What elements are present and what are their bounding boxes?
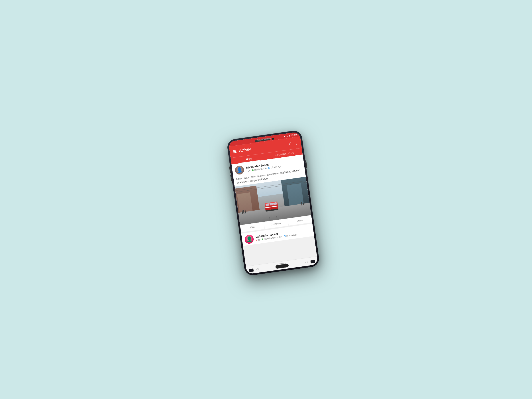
post-likes-1: ♥ 96 <box>246 169 251 172</box>
bottom-side-button-left[interactable] <box>249 268 254 272</box>
likes-count-2: 96 <box>258 239 260 241</box>
volume-button-2[interactable] <box>230 175 232 181</box>
tram-window-1 <box>266 203 269 206</box>
avatar-1 <box>234 165 245 175</box>
scene: SAMSUNG ▲ ▲ ▮ 12:30 <box>166 44 366 355</box>
time-icon-2 <box>284 235 286 237</box>
hamburger-menu-icon[interactable] <box>233 150 237 153</box>
tram-window-3 <box>273 202 277 205</box>
post-card-1: Alexander Jones ♥ 96 Oakland, CA <box>232 154 312 232</box>
tram-window-2 <box>269 203 273 205</box>
more-options-icon[interactable]: ⋮ <box>294 140 298 145</box>
people-left <box>242 211 246 214</box>
location-dot-2 <box>262 238 264 240</box>
person-2 <box>243 211 245 214</box>
back-nav-button[interactable]: ◁ <box>256 267 259 271</box>
tram-track-right <box>276 216 277 220</box>
tram-track-left <box>269 217 270 221</box>
status-time: 12:30 <box>291 133 297 136</box>
person-4 <box>301 203 303 205</box>
time-icon-1 <box>268 167 270 169</box>
phone-device: SAMSUNG ▲ ▲ ▮ 12:30 <box>226 130 320 276</box>
volume-button-1[interactable] <box>229 166 231 173</box>
battery-icon: ▮ <box>289 134 290 137</box>
phone-screen: ▲ ▲ ▮ 12:30 Activity ☍ <box>228 132 318 274</box>
post-likes-2: ♥ 96 <box>256 239 260 241</box>
person-1 <box>242 211 243 214</box>
signal-icon: ▲ <box>283 135 285 137</box>
heart-icon-1: ♥ <box>246 170 248 172</box>
heart-icon-2: ♥ <box>256 239 257 241</box>
status-icons: ▲ ▲ ▮ <box>283 134 290 137</box>
tram-stripe <box>265 206 278 208</box>
tram-windows <box>265 202 278 206</box>
bottom-side-button-right[interactable] <box>310 260 315 264</box>
people-right <box>301 203 304 205</box>
app-bar-actions: ☍ ⋮ <box>287 140 298 146</box>
recents-nav-button[interactable]: ▭ <box>305 260 308 264</box>
location-dot-1 <box>252 169 254 171</box>
wifi-icon: ▲ <box>286 134 288 137</box>
avatar-2 <box>244 234 254 244</box>
feed-content: Alexander Jones ♥ 96 Oakland, CA <box>232 154 317 266</box>
tram <box>265 202 279 212</box>
power-button[interactable] <box>305 160 307 168</box>
post-meta-2: Gabriella Becker ♥ 96 San Fransisco, CA <box>255 228 311 241</box>
front-camera <box>272 137 274 140</box>
likes-count-1: 96 <box>248 169 251 172</box>
search-icon[interactable]: ☍ <box>287 141 291 146</box>
